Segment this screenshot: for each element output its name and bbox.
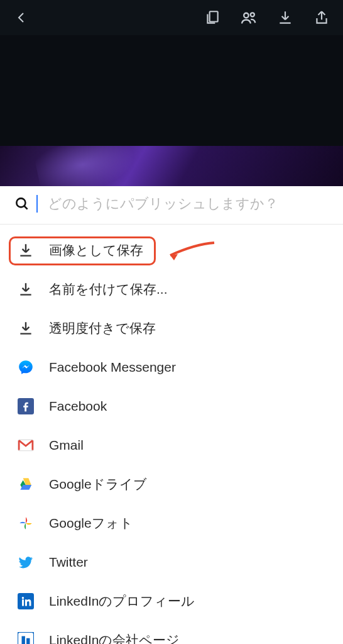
text-caret <box>36 195 38 213</box>
share-icon[interactable] <box>312 8 332 28</box>
option-label: 透明度付きで保存 <box>49 319 156 337</box>
option-facebook[interactable]: Facebook <box>0 387 343 426</box>
facebook-icon <box>16 397 35 416</box>
search-row <box>0 186 343 225</box>
option-label: Facebook <box>49 399 107 414</box>
duplicate-icon[interactable] <box>202 8 222 28</box>
people-icon[interactable] <box>239 8 259 28</box>
option-linkedin-profile[interactable]: LinkedInのプロフィール <box>0 582 343 621</box>
option-save-as-image[interactable]: 画像として保存 <box>0 231 343 270</box>
search-icon <box>14 196 30 212</box>
option-gdrive[interactable]: Googleドライブ <box>0 465 343 504</box>
option-save-as[interactable]: 名前を付けて保存... <box>0 270 343 309</box>
messenger-icon <box>16 358 35 377</box>
option-label: Googleドライブ <box>49 475 147 493</box>
svg-point-1 <box>244 13 248 18</box>
search-input[interactable] <box>48 196 329 212</box>
option-label: 名前を付けて保存... <box>49 280 168 298</box>
svg-rect-8 <box>22 636 25 645</box>
option-label: 画像として保存 <box>49 242 143 259</box>
option-messenger[interactable]: Facebook Messenger <box>0 348 343 387</box>
editor-dark-area <box>0 35 343 146</box>
download-top-icon[interactable] <box>275 8 295 28</box>
svg-rect-0 <box>210 11 218 21</box>
option-label: Facebook Messenger <box>49 360 176 375</box>
option-label: Twitter <box>49 555 88 570</box>
download-icon <box>16 319 35 338</box>
gdrive-icon <box>16 475 35 494</box>
option-label: Googleフォト <box>49 514 133 532</box>
option-label: LinkedInの会社ページ <box>49 631 180 644</box>
gmail-icon <box>16 436 35 455</box>
option-save-transparent[interactable]: 透明度付きで保存 <box>0 309 343 348</box>
download-icon <box>16 280 35 299</box>
option-gphotos[interactable]: Googleフォト <box>0 504 343 543</box>
linkedin-icon <box>16 592 35 611</box>
canvas-preview <box>0 146 343 186</box>
back-icon[interactable] <box>11 8 31 28</box>
option-label: LinkedInのプロフィール <box>49 592 195 610</box>
option-gmail[interactable]: Gmail <box>0 426 343 465</box>
publish-options-list: 画像として保存 名前を付けて保存... 透明度付きで保存 Facebook Me… <box>0 225 343 644</box>
option-label: Gmail <box>49 438 84 453</box>
download-icon <box>16 241 35 260</box>
linkedin-company-icon <box>16 631 35 644</box>
svg-rect-7 <box>18 632 34 644</box>
gphotos-icon <box>16 514 35 533</box>
svg-point-3 <box>16 198 25 207</box>
svg-point-2 <box>251 13 254 16</box>
twitter-icon <box>16 553 35 572</box>
topbar <box>0 0 343 35</box>
option-twitter[interactable]: Twitter <box>0 543 343 582</box>
svg-rect-9 <box>26 638 30 644</box>
option-linkedin-company[interactable]: LinkedInの会社ページ <box>0 621 343 644</box>
publish-sheet: 画像として保存 名前を付けて保存... 透明度付きで保存 Facebook Me… <box>0 186 343 644</box>
